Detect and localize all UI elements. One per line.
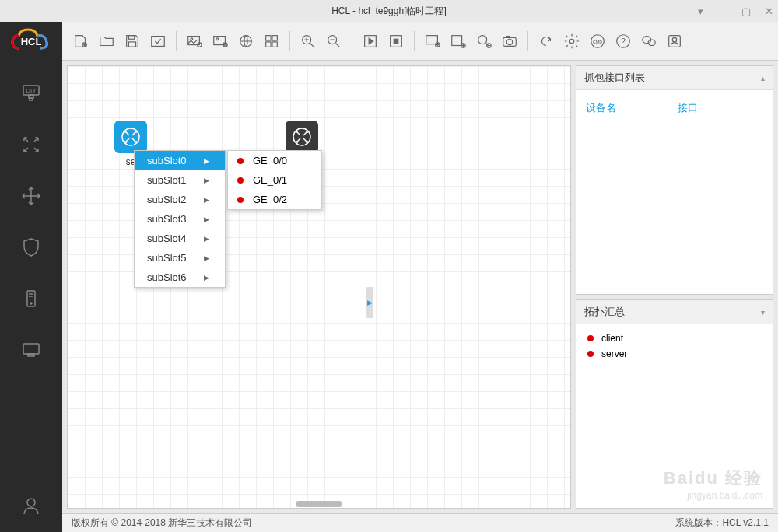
copyright-text: 版权所有 © 2014-2018 新华三技术有限公司 xyxy=(72,516,252,530)
stop-button[interactable] xyxy=(385,30,407,52)
zoom-out-button[interactable] xyxy=(323,30,345,52)
chevron-right-icon: ▶ xyxy=(204,215,209,223)
close-button[interactable]: ✕ xyxy=(765,5,773,17)
chevron-right-icon: ▶ xyxy=(204,274,209,282)
expand-tool-icon[interactable] xyxy=(20,134,42,156)
capture-col-device[interactable]: 设备名 xyxy=(583,96,675,120)
menu-item-subslot1[interactable]: subSlot1▶ xyxy=(135,170,225,190)
cmd-button[interactable]: CMD xyxy=(587,30,608,52)
app-logo: HCL xyxy=(0,22,62,61)
svg-rect-32 xyxy=(426,35,438,44)
status-dot-icon xyxy=(237,158,244,164)
camera-button[interactable] xyxy=(499,30,520,52)
chevron-right-icon: ▶ xyxy=(204,254,209,262)
toolbar: CMD ? xyxy=(62,22,778,61)
svg-rect-26 xyxy=(272,41,277,46)
left-sidebar: HCL DIY xyxy=(0,22,62,532)
status-dot-icon xyxy=(237,197,244,203)
contact-button[interactable] xyxy=(664,30,685,52)
router-icon xyxy=(286,121,318,153)
status-dot-icon xyxy=(237,177,244,184)
svg-point-20 xyxy=(216,37,219,40)
svg-text:CMD: CMD xyxy=(593,39,603,44)
capture-col-interface[interactable]: 接口 xyxy=(675,96,766,120)
move-tool-icon[interactable] xyxy=(20,185,42,207)
chevron-right-icon: ▶ xyxy=(204,235,209,243)
chevron-right-icon: ▶ xyxy=(204,177,209,184)
monitor-tool-icon[interactable] xyxy=(20,339,42,361)
user-tool-icon[interactable] xyxy=(20,495,42,516)
svg-rect-9 xyxy=(23,344,39,354)
version-text: 系统版本：HCL v2.1.1 xyxy=(675,516,769,530)
canvas[interactable]: se subSlot0▶ subSlot1▶ subSlot2▶ subSlot… xyxy=(67,65,571,509)
topology-item-server[interactable]: server xyxy=(583,346,766,362)
title-bar: HCL - hcl_te9ggh[临时工程] ▾ — ▢ ✕ xyxy=(0,0,778,22)
horizontal-scrollbar[interactable] xyxy=(68,500,570,508)
svg-rect-34 xyxy=(452,35,462,45)
device-client[interactable] xyxy=(286,121,318,153)
chevron-right-icon: ▶ xyxy=(204,157,209,165)
open-file-button[interactable] xyxy=(96,30,117,52)
wechat-button[interactable] xyxy=(638,30,660,52)
menu-item-subslot3[interactable]: subSlot3▶ xyxy=(135,209,225,229)
zoom-in-button[interactable] xyxy=(297,30,319,52)
svg-point-50 xyxy=(122,128,139,145)
submenu-item-ge02[interactable]: GE_0/2 xyxy=(228,190,321,209)
maximize-button[interactable]: ▢ xyxy=(741,5,751,17)
play-button[interactable] xyxy=(359,30,381,52)
svg-point-49 xyxy=(672,37,677,42)
svg-point-36 xyxy=(478,35,487,44)
menu-item-subslot5[interactable]: subSlot5▶ xyxy=(135,248,225,268)
svg-point-8 xyxy=(30,303,32,304)
svg-point-39 xyxy=(506,39,512,44)
shield-tool-icon[interactable] xyxy=(20,236,42,258)
collapse-icon[interactable]: ▴ xyxy=(761,74,765,82)
panel-splitter[interactable]: ▶ xyxy=(366,287,373,318)
save-as-button[interactable] xyxy=(147,30,169,52)
svg-text:DIY: DIY xyxy=(26,87,37,94)
collapse-icon[interactable]: ▾ xyxy=(761,308,765,317)
canvas-area: se subSlot0▶ subSlot1▶ subSlot2▶ subSlot… xyxy=(62,61,576,513)
grid-button[interactable] xyxy=(261,30,282,52)
svg-rect-31 xyxy=(394,39,398,44)
monitor-add-button[interactable] xyxy=(422,30,443,52)
menu-item-subslot4[interactable]: subSlot4▶ xyxy=(135,229,225,248)
diy-tool-icon[interactable]: DIY xyxy=(20,82,42,104)
window-add-button[interactable] xyxy=(447,30,469,52)
capture-panel-header[interactable]: 抓包接口列表 ▴ xyxy=(576,66,773,90)
status-bar: 版权所有 © 2014-2018 新华三技术有限公司 系统版本：HCL v2.1… xyxy=(62,513,778,532)
router-icon xyxy=(114,121,147,153)
menu-item-subslot0[interactable]: subSlot0▶ xyxy=(135,151,225,170)
minimize-button[interactable]: — xyxy=(717,5,727,17)
status-dot-icon xyxy=(587,351,594,357)
capture-panel: 抓包接口列表 ▴ 设备名 接口 xyxy=(576,65,773,295)
svg-point-17 xyxy=(191,37,193,40)
menu-item-subslot2[interactable]: subSlot2▶ xyxy=(135,190,225,209)
svg-text:HCL: HCL xyxy=(21,36,42,47)
help-button[interactable]: ? xyxy=(612,30,634,52)
svg-point-11 xyxy=(27,499,35,506)
svg-rect-14 xyxy=(128,41,135,46)
window-controls: ▾ — ▢ ✕ xyxy=(698,5,773,17)
status-dot-icon xyxy=(587,335,594,341)
topology-item-client[interactable]: client xyxy=(583,331,766,346)
topology-panel-header[interactable]: 拓扑汇总 ▾ xyxy=(576,300,773,324)
new-file-button[interactable] xyxy=(70,30,92,52)
save-button[interactable] xyxy=(121,30,143,52)
globe-button[interactable] xyxy=(235,30,257,52)
svg-text:?: ? xyxy=(621,37,626,45)
submenu-item-ge00[interactable]: GE_0/0 xyxy=(228,151,321,170)
image-refresh-button[interactable] xyxy=(209,30,231,52)
dropdown-icon[interactable]: ▾ xyxy=(698,5,703,17)
svg-rect-23 xyxy=(266,35,271,40)
menu-item-subslot6[interactable]: subSlot6▶ xyxy=(135,268,225,287)
settings-button[interactable] xyxy=(561,30,583,52)
svg-point-51 xyxy=(293,128,310,145)
topology-panel: 拓扑汇总 ▾ client server xyxy=(576,299,773,509)
undo-button[interactable] xyxy=(535,30,557,52)
search-add-button[interactable] xyxy=(473,30,495,52)
submenu-item-ge01[interactable]: GE_0/1 xyxy=(228,170,321,190)
context-menu: subSlot0▶ subSlot1▶ subSlot2▶ subSlot3▶ … xyxy=(134,150,226,288)
server-tool-icon[interactable] xyxy=(20,288,42,310)
image-add-button[interactable] xyxy=(184,30,205,52)
